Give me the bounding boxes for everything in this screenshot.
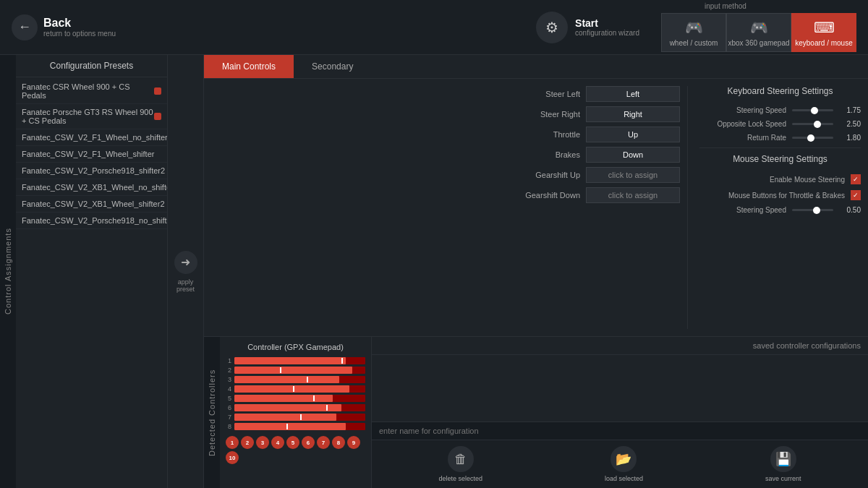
steer-left-value[interactable]: Left (586, 86, 680, 102)
steer-right-label: Steer Right (522, 110, 580, 119)
geardown-assign-button[interactable]: click to assign (586, 187, 680, 203)
list-item[interactable]: Fanatec_CSW_V2_XB1_Wheel_no_shifter (16, 179, 167, 196)
return-rate-value: 1.80 (839, 134, 861, 142)
apply-preset-label: apply preset (168, 278, 203, 293)
btn-dot-2: 2 (241, 436, 254, 449)
opposite-lock-track[interactable] (792, 123, 833, 125)
list-item[interactable]: Fanatec_CSW_V2_Porsche918_shifter2 (16, 163, 167, 179)
throttle-value[interactable]: Up (586, 127, 680, 142)
axis-row: 2 (226, 367, 365, 374)
load-label: load selected (605, 475, 643, 482)
tab-main-controls[interactable]: Main Controls (204, 55, 294, 78)
saved-configs-body (372, 355, 868, 421)
axis-bars: 1 2 (226, 357, 365, 430)
steer-right-row: Steer Right Right (211, 106, 680, 122)
opposite-lock-label: Opposite Lock Speed (699, 120, 786, 128)
list-item[interactable]: Fanatec CSR Wheel 900 + CS Pedals (16, 79, 167, 104)
keyboard-label: keyboard / mouse (795, 39, 853, 47)
list-item[interactable]: Fanatec_CSW_V2_F1_Wheel_no_shifter (16, 129, 167, 146)
xbox-gamepad-button[interactable]: 🎮 xbox 360 gamepad (726, 13, 791, 52)
start-icon: ⚙ (536, 12, 568, 43)
controller-title: Controller (GPX Gamepad) (226, 343, 365, 351)
start-title: Start (575, 17, 639, 29)
steering-speed-track[interactable] (792, 109, 833, 111)
mouse-speed-track[interactable] (792, 209, 833, 211)
list-item[interactable]: Fanatec_CSW_V2_XB1_Wheel_shifter2 (16, 196, 167, 213)
opposite-lock-thumb[interactable] (814, 121, 821, 128)
presets-section: Configuration Presets Fanatec CSR Wheel … (16, 55, 167, 488)
list-item[interactable]: Fanatec Porsche GT3 RS Wheel 900 + CS Pe… (16, 104, 167, 129)
preset-name: Fanatec_CSW_V2_XB1_Wheel_shifter2 (22, 200, 165, 208)
tab-secondary[interactable]: Secondary (294, 55, 371, 78)
preset-dot (154, 113, 161, 120)
controllers-content: Controller (GPX Gamepad) 1 2 (220, 337, 371, 488)
config-tabs: Main Controls Secondary (204, 55, 868, 79)
brakes-value[interactable]: Down (586, 147, 680, 163)
btn-dot-3: 3 (256, 436, 269, 449)
preset-name: Fanatec_CSW_V2_Porsche918_shifter2 (22, 166, 165, 175)
preset-dot (154, 87, 161, 95)
list-item[interactable]: Fanatec_CSW_V2_F1_Wheel_shifter (16, 146, 167, 163)
delete-selected-button[interactable]: 🗑 delete selected (438, 446, 482, 482)
btn-dot-5: 5 (286, 436, 299, 449)
top-bar: ← Back return to options menu ⚙ Start co… (0, 0, 868, 55)
apply-preset-button[interactable]: ➜ (174, 251, 197, 274)
back-title: Back (43, 17, 116, 30)
config-name-input[interactable] (372, 421, 868, 440)
mouse-speed-label: Steering Speed (699, 206, 786, 214)
xbox-icon: 🎮 (750, 19, 768, 36)
list-item[interactable]: Fanatec_CSW_V2_Porsche918_no_shifter (16, 213, 167, 229)
axis-bar (234, 385, 365, 393)
keyboard-settings-title: Keyboard Steering Settings (699, 86, 861, 100)
axis-bar (234, 357, 365, 364)
enable-mouse-checkbox[interactable]: ✓ (851, 174, 861, 184)
return-rate-label: Return Rate (699, 134, 786, 142)
axis-bar (234, 367, 365, 374)
btn-dot-7: 7 (317, 436, 330, 449)
presets-list[interactable]: Fanatec CSR Wheel 900 + CS Pedals Fanate… (16, 77, 167, 488)
mouse-settings-title: Mouse Steering Settings (699, 154, 861, 168)
delete-icon: 🗑 (448, 446, 474, 472)
axis-bar (234, 404, 365, 411)
back-button[interactable]: ← Back return to options menu (12, 14, 116, 40)
button-dots: 1 2 3 4 5 6 7 8 9 10 (226, 436, 365, 464)
keyboard-settings: Keyboard Steering Settings Steering Spee… (687, 86, 861, 329)
back-subtitle: return to options menu (43, 30, 116, 38)
input-method-buttons: 🎮 wheel / custom 🎮 xbox 360 gamepad ⌨ ke… (661, 13, 856, 52)
geardown-row: Gearshift Down click to assign (211, 187, 680, 203)
saved-configs: saved controller configurations 🗑 delete… (372, 337, 868, 488)
brakes-label: Brakes (522, 150, 580, 159)
steer-right-value[interactable]: Right (586, 106, 680, 122)
xbox-label: xbox 360 gamepad (728, 39, 789, 47)
axis-bar (234, 423, 365, 430)
detected-controllers-label: Detected Controllers (204, 337, 220, 488)
return-rate-thumb[interactable] (807, 134, 814, 142)
back-icon: ← (12, 14, 38, 40)
start-section: ⚙ Start configuration wizard (536, 12, 639, 43)
opposite-lock-value: 2.50 (839, 120, 861, 128)
preset-name: Fanatec Porsche GT3 RS Wheel 900 + CS Pe… (22, 108, 154, 125)
steering-speed-thumb[interactable] (811, 107, 818, 114)
preset-name: Fanatec_CSW_V2_XB1_Wheel_no_shifter (22, 183, 167, 192)
wheel-icon: 🎮 (685, 19, 703, 36)
preset-name: Fanatec_CSW_V2_F1_Wheel_no_shifter (22, 133, 167, 142)
right-section: Main Controls Secondary Steer Left Left … (204, 55, 868, 488)
wheel-custom-button[interactable]: 🎮 wheel / custom (661, 13, 726, 52)
detected-controllers-panel: Controller (GPX Gamepad) 1 2 (220, 337, 372, 488)
axis-row: 5 (226, 395, 365, 402)
mouse-speed-thumb[interactable] (813, 207, 820, 214)
axis-row: 4 (226, 385, 365, 393)
axis-row: 1 (226, 357, 365, 364)
axis-row: 8 (226, 423, 365, 430)
saved-configs-footer: 🗑 delete selected 📂 load selected 💾 save… (372, 440, 868, 488)
return-rate-row: Return Rate 1.80 (699, 134, 861, 142)
bottom-section: Detected Controllers Controller (GPX Gam… (204, 337, 868, 488)
gearup-assign-button[interactable]: click to assign (586, 167, 680, 183)
return-rate-track[interactable] (792, 137, 833, 139)
save-current-button[interactable]: 💾 save current (765, 446, 801, 482)
mouse-buttons-checkbox[interactable]: ✓ (851, 190, 861, 200)
keyboard-mouse-button[interactable]: ⌨ keyboard / mouse (791, 13, 856, 52)
load-icon: 📂 (610, 446, 637, 472)
load-selected-button[interactable]: 📂 load selected (605, 446, 643, 482)
btn-dot-1: 1 (226, 436, 239, 449)
